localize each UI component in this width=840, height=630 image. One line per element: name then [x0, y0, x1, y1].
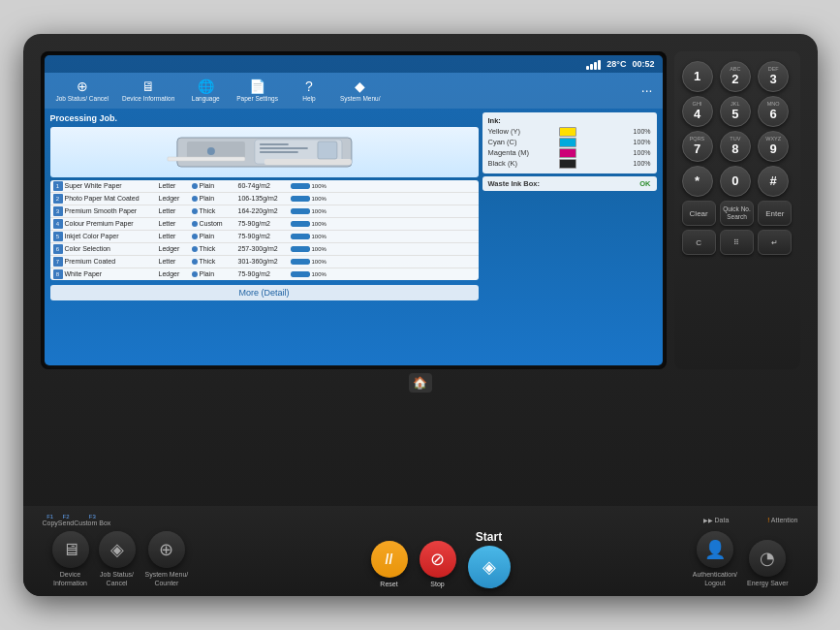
system-menu-ctrl-label: System Menu/Counter [145, 571, 189, 587]
more-detail-button[interactable]: More (Detail) [50, 285, 479, 300]
signal-bars-icon [586, 58, 601, 70]
menu-item-help[interactable]: ? Help [286, 77, 332, 104]
left-control-group: 🖥 DeviceInformation ◈ Job Status/Cancel … [52, 531, 189, 587]
svg-rect-3 [167, 157, 244, 161]
ink-swatch [559, 138, 576, 147]
signal-bar-2 [590, 64, 593, 70]
ink-row: Black (K) 100% [488, 159, 651, 169]
printer-illustration [72, 130, 457, 173]
job-status-icon: ⊕ [77, 79, 88, 94]
tray-row: 7 Premium Coated Letter Thick 301-360g/m… [50, 256, 479, 268]
job-status-button[interactable]: ◈ [99, 531, 136, 568]
screen-wrapper: 28°C 00:52 ⊕ Job Status/ Cancel 🖥 Device… [41, 51, 667, 369]
menu-bar: ⊕ Job Status/ Cancel 🖥 Device Informatio… [45, 73, 663, 109]
energy-saver-ctrl-label: Energy Saver [747, 580, 788, 587]
ink-swatch [559, 148, 576, 158]
menu-item-language[interactable]: 🌐 Language [182, 77, 229, 104]
auth-logout-ctrl-group: 👤 Authentication/Logout [693, 531, 737, 587]
ink-swatch [559, 159, 576, 169]
help-icon: ? [305, 79, 313, 94]
c-button[interactable]: C [682, 230, 716, 255]
key-5-button[interactable]: JKL 5 [720, 96, 751, 127]
fn-send-label: F2Send [58, 514, 74, 526]
keypad-special-row: Clear Quick No. Search Enter [682, 201, 793, 226]
energy-saver-button[interactable]: ◔ [749, 540, 786, 577]
tray-table: 1 Super White Paper Letter Plain 60-74g/… [50, 180, 479, 280]
svg-rect-4 [264, 159, 351, 165]
waste-ink-title: Waste Ink Box: [488, 179, 540, 188]
home-button[interactable]: 🏠 [409, 373, 432, 393]
stop-ctrl-group: ⊘ Stop [420, 541, 456, 588]
tray-row: 5 Inkjet Color Paper Letter Plain 75-90g… [50, 231, 479, 243]
menu-item-system-menu[interactable]: ◆ System Menu/ [334, 77, 387, 104]
system-menu-ctrl-group: ⊕ System Menu/Counter [145, 531, 189, 587]
more-options-icon[interactable]: ··· [638, 82, 657, 98]
printer-preview [50, 127, 479, 177]
tray-row: 1 Super White Paper Letter Plain 60-74g/… [50, 180, 479, 193]
fn-custombox-label: F3Custom Box [74, 514, 110, 526]
key-0-button[interactable]: 0 [720, 166, 751, 197]
return-button[interactable]: ↵ [758, 230, 792, 255]
key-7-button[interactable]: PQRS 7 [682, 131, 713, 162]
system-menu-icon: ◆ [355, 79, 365, 94]
waste-ink-box: Waste Ink Box: OK [482, 176, 657, 191]
menu-item-job-status[interactable]: ⊕ Job Status/ Cancel [50, 77, 115, 105]
enter-button[interactable]: Enter [758, 201, 792, 226]
tray-row: 8 White Paper Ledger Plain 75-90g/m2 100… [50, 268, 479, 280]
signal-bar-1 [586, 66, 589, 70]
key-6-button[interactable]: MNO 6 [758, 96, 789, 127]
keypad: 1 ABC 2 DEF 3 GHI 4 JKL 5 MNO 6 PQRS 7 T… [674, 51, 800, 369]
device-info-ctrl-label: DeviceInformation [53, 571, 87, 587]
ink-row: Yellow (Y) 100% [488, 127, 651, 137]
attention-indicator-label: Attention [767, 517, 797, 523]
clear-button[interactable]: Clear [682, 201, 716, 226]
auth-logout-button[interactable]: 👤 [697, 531, 733, 568]
device-info-ctrl-group: 🖥 DeviceInformation [52, 531, 89, 587]
device-info-button[interactable]: 🖥 [52, 531, 89, 568]
svg-rect-6 [259, 143, 288, 145]
key-1-button[interactable]: 1 [682, 61, 713, 92]
status-bar: 28°C 00:52 [45, 55, 663, 73]
key-4-button[interactable]: GHI 4 [682, 96, 713, 127]
device-info-icon: 🖥 [141, 79, 155, 94]
stop-button[interactable]: ⊘ [420, 541, 456, 578]
waste-ink-status: OK [639, 179, 650, 188]
menu-item-paper-settings[interactable]: 📄 Paper Settings [231, 77, 284, 104]
signal-bar-3 [594, 62, 597, 70]
signal-bar-4 [598, 60, 601, 70]
time-display: 00:52 [632, 59, 654, 69]
ink-row: Cyan (C) 100% [488, 138, 651, 147]
system-menu-button[interactable]: ⊕ [148, 531, 185, 568]
tray-row: 4 Colour Premium Paper Letter Custom 75-… [50, 218, 479, 231]
grid-button[interactable]: ⠿ [720, 230, 754, 255]
key-9-button[interactable]: WXYZ 9 [758, 131, 789, 162]
start-button[interactable]: ◈ [468, 546, 511, 588]
quick-no-search-button[interactable]: Quick No. Search [720, 201, 754, 226]
auth-logout-ctrl-label: Authentication/Logout [693, 571, 737, 587]
key-3-button[interactable]: DEF 3 [758, 61, 789, 92]
tray-row: 6 Color Selection Ledger Thick 257-300g/… [50, 243, 479, 256]
key-8-button[interactable]: TUV 8 [720, 131, 751, 162]
tray-row: 3 Premium Smooth Paper Letter Thick 164-… [50, 205, 479, 218]
data-indicator-label: Data [703, 517, 729, 523]
key-*-button[interactable]: * [682, 166, 713, 197]
ink-title: Ink: [488, 116, 651, 125]
key-2-button[interactable]: ABC 2 [720, 61, 751, 92]
function-key-labels: F1Copy F2Send F3Custom Box Data Attentio… [43, 514, 798, 526]
ink-status-box: Ink: Yellow (Y) 100% Cyan (C) 100% Magen… [482, 112, 657, 173]
reset-button[interactable]: // [371, 541, 408, 578]
job-status-ctrl-label: Job Status/Cancel [100, 571, 134, 587]
svg-rect-8 [259, 151, 297, 153]
home-area: 🏠 [23, 369, 818, 394]
reset-ctrl-group: // Reset [371, 541, 408, 588]
key-#-button[interactable]: # [758, 166, 789, 197]
right-control-group: 👤 Authentication/Logout ◔ Energy Saver [693, 531, 789, 587]
printer-body: 28°C 00:52 ⊕ Job Status/ Cancel 🖥 Device… [23, 34, 818, 596]
processing-label: Processing Job. [50, 112, 479, 124]
main-control-row: 🖥 DeviceInformation ◈ Job Status/Cancel … [43, 530, 798, 588]
stop-ctrl-label: Stop [430, 581, 444, 588]
menu-item-device-info[interactable]: 🖥 Device Information [116, 77, 180, 105]
screen: 28°C 00:52 ⊕ Job Status/ Cancel 🖥 Device… [45, 55, 663, 365]
ink-row: Magenta (M) 100% [488, 148, 651, 158]
job-status-ctrl-group: ◈ Job Status/Cancel [99, 531, 136, 587]
